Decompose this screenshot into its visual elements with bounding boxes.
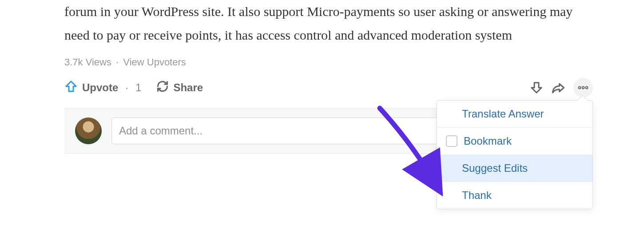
menu-item-label: Thank (462, 189, 492, 202)
menu-item-label: Bookmark (464, 135, 512, 147)
more-options-button[interactable] (573, 78, 593, 97)
menu-item-bookmark[interactable]: Bookmark (437, 128, 592, 155)
recycle-icon (156, 80, 169, 95)
upvote-count: 1 (135, 81, 141, 94)
share-button[interactable]: Share (156, 80, 203, 95)
action-bar: Upvote · 1 Share (64, 78, 593, 97)
upvote-separator: · (125, 81, 128, 94)
answer-body-text: forum in your WordPress site. It also su… (64, 0, 593, 47)
menu-item-label: Translate Answer (462, 108, 544, 120)
more-options-menu: Translate AnswerBookmarkSuggest EditsTha… (437, 100, 593, 209)
svg-point-2 (586, 87, 588, 89)
share-label: Share (173, 81, 203, 94)
svg-point-1 (582, 87, 584, 89)
menu-item-thank[interactable]: Thank (437, 182, 592, 209)
menu-item-translate-answer[interactable]: Translate Answer (437, 101, 592, 128)
right-action-group (530, 78, 593, 97)
menu-item-suggest-edits[interactable]: Suggest Edits (437, 155, 592, 182)
share-arrow-button[interactable] (551, 81, 565, 94)
answer-content-area: forum in your WordPress site. It also su… (64, 0, 593, 154)
meta-separator: · (116, 57, 119, 68)
action-bar-wrap: Upvote · 1 Share (64, 78, 593, 97)
answer-meta-row: 3.7k Views · View Upvoters (64, 57, 593, 68)
more-icon (577, 85, 589, 90)
upvote-button[interactable]: Upvote · 1 (64, 80, 141, 96)
menu-item-label: Suggest Edits (462, 162, 528, 174)
upvote-icon (64, 80, 78, 96)
bookmark-checkbox[interactable] (446, 135, 457, 147)
svg-point-0 (579, 87, 581, 89)
views-count: 3.7k Views (64, 57, 111, 68)
view-upvoters-link[interactable]: View Upvoters (123, 57, 186, 68)
downvote-button[interactable] (530, 81, 543, 94)
avatar[interactable] (75, 118, 102, 144)
upvote-label: Upvote (82, 81, 118, 94)
